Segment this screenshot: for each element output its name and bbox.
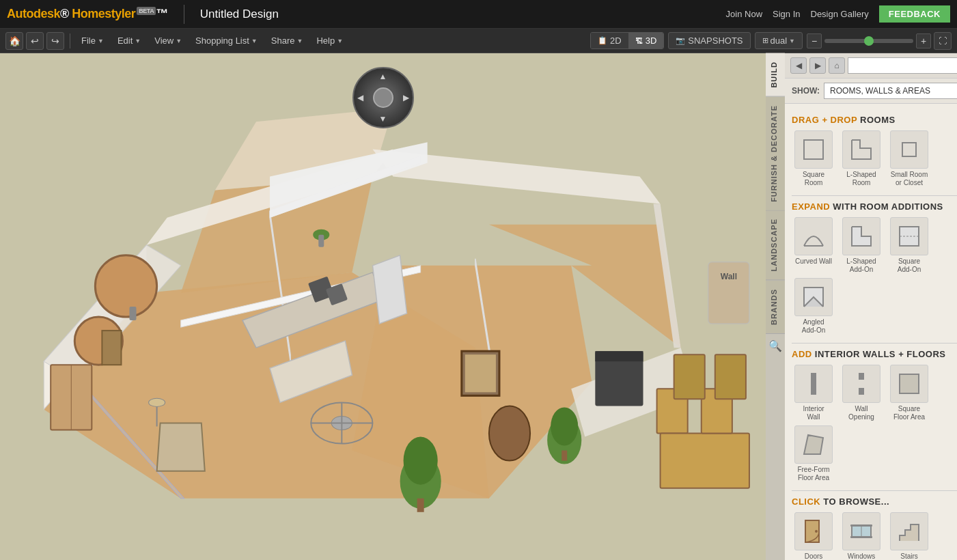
svg-rect-56 [804,140,823,159]
doors-label: Doors [805,552,823,560]
tab-brands[interactable]: BRANDS [766,281,785,334]
show-select[interactable]: ROOMS, WALLS & AREAS ALL WALLS ONLY [824,83,957,99]
right-panel: BUILD FURNISH & DECORATE LANDSCAPE BRAND… [766,53,957,560]
svg-rect-70 [850,524,872,527]
zoom-in-button[interactable]: + [916,33,931,48]
svg-rect-62 [859,373,864,380]
main-content: ▲ ▼ ◀ ▶ [0,53,957,560]
share-menu[interactable]: Share ▼ [266,33,309,48]
svg-rect-41 [595,351,643,361]
l-shaped-addon-item[interactable]: L-ShapedAdd-On [840,217,883,274]
svg-rect-45 [674,354,705,399]
square-floor-item[interactable]: SquareFloor Area [887,365,931,421]
svg-point-67 [815,530,818,533]
doors-item[interactable]: Doors [792,512,835,560]
undo-button[interactable]: ↩ [26,32,44,50]
small-room-label: Small Roomor Closet [891,171,928,187]
wall-opening-item[interactable]: WallOpening [840,365,883,421]
small-room-icon [890,130,928,169]
nav-left-arrow[interactable]: ◀ [357,93,363,102]
svg-rect-38 [465,354,496,392]
nav-up-arrow[interactable]: ▲ [379,72,387,81]
l-shaped-room-label: L-ShapedRoom [846,171,876,187]
divider-2 [792,343,957,344]
snapshots-button[interactable]: 📷 SNAPSHOTS [668,32,750,49]
tab-furnish[interactable]: FURNISH & DECORATE [766,97,785,211]
view-3d-button[interactable]: 🏗 3D [628,33,664,48]
panel-forward-button[interactable]: ▶ [809,57,826,74]
nav-center [373,87,393,108]
tab-landscape[interactable]: LANDSCAPE [766,210,785,280]
stairs-item[interactable]: Stairs [887,512,931,560]
svg-rect-46 [715,354,746,399]
home-button[interactable]: 🏠 [5,32,23,50]
curved-wall-item[interactable]: Curved Wall [792,217,835,274]
join-now-link[interactable]: Join Now [726,9,762,19]
square-room-label: SquareRoom [803,171,824,187]
navigation-control[interactable]: ▲ ▼ ◀ ▶ [352,67,414,128]
nav-ring[interactable]: ▲ ▼ ◀ ▶ [352,67,414,128]
windows-item[interactable]: Windows [840,512,883,560]
beta-badge: BETA [137,7,156,15]
svg-point-39 [489,406,530,460]
doors-icon [794,512,833,550]
zoom-slider[interactable] [824,39,913,43]
file-menu[interactable]: File ▼ [76,33,109,48]
l-shaped-addon-label: L-ShapedAdd-On [846,257,876,274]
panel-nav: ◀ ▶ ⌂ 🔍 [785,53,957,79]
panel-search-input[interactable] [848,57,957,74]
square-addon-label: SquareAdd-On [898,257,921,274]
feedback-button[interactable]: FEEDBACK [879,5,950,23]
freeform-floor-icon [794,425,833,464]
zoom-out-button[interactable]: − [807,33,822,48]
curved-wall-icon [794,217,833,255]
small-room-item[interactable]: Small Roomor Closet [887,130,931,187]
view-menu[interactable]: View ▼ [149,33,187,48]
svg-rect-59 [900,227,919,246]
side-tabs: BUILD FURNISH & DECORATE LANDSCAPE BRAND… [766,53,785,560]
view-2d-button[interactable]: 📋 2D [591,33,628,48]
panel-home-button[interactable]: ⌂ [829,57,845,74]
dual-button[interactable]: ⊞ dual ▼ [755,32,803,49]
shopping-list-menu[interactable]: Shopping List ▼ [190,33,263,48]
windows-icon [842,512,880,550]
stairs-label: Stairs [900,552,918,560]
redo-button[interactable]: ↪ [46,32,64,50]
panel-body: DRAG + DROP ROOMS SquareRoom [785,104,957,560]
rooms-grid: SquareRoom L-ShapedRoom [792,130,957,187]
design-gallery-link[interactable]: Design Gallery [811,9,869,19]
square-room-icon [794,130,833,169]
logo-divider [184,5,184,24]
nav-down-arrow[interactable]: ▼ [379,114,387,124]
square-addon-item[interactable]: SquareAdd-On [887,217,931,274]
wall-opening-label: WallOpening [848,405,874,421]
freeform-floor-item[interactable]: Free-FormFloor Area [792,425,835,482]
floor-plan: Wall [0,53,766,560]
svg-point-53 [149,398,165,406]
square-room-item[interactable]: SquareRoom [792,130,835,187]
nav-right-arrow[interactable]: ▶ [403,93,409,102]
walls-header: ADD INTERIOR WALLS + FLOORS [792,349,957,359]
design-title[interactable]: Untitled Design [200,8,279,21]
panel-back-button[interactable]: ◀ [790,57,807,74]
wall-label: Wall [708,262,749,324]
search-tab[interactable]: 🔍 [766,334,785,358]
drag-drop-header: DRAG + DROP ROOMS [792,115,957,125]
canvas-area[interactable]: ▲ ▼ ◀ ▶ [0,53,766,560]
browse-header: CLICK TO BROWSE... [792,496,957,507]
tab-build[interactable]: BUILD [766,53,785,97]
fullscreen-button[interactable]: ⛶ [934,32,952,50]
angled-addon-item[interactable]: AngledAdd-On [792,278,835,335]
l-shaped-room-item[interactable]: L-ShapedRoom [840,130,883,187]
wall-opening-icon [842,365,880,403]
panel-content: ◀ ▶ ⌂ 🔍 SHOW: ROOMS, WALLS & AREAS ALL W… [785,53,957,560]
sign-in-link[interactable]: Sign In [773,9,800,19]
square-floor-label: SquareFloor Area [893,405,925,421]
edit-menu[interactable]: Edit ▼ [112,33,146,48]
svg-rect-61 [811,373,816,395]
top-navigation: Autodesk® HomestylerBETA™ Untitled Desig… [0,0,957,29]
square-floor-icon [890,365,928,403]
help-menu[interactable]: Help ▼ [311,33,348,48]
svg-marker-24 [157,423,205,471]
interior-wall-item[interactable]: InteriorWall [792,365,835,421]
